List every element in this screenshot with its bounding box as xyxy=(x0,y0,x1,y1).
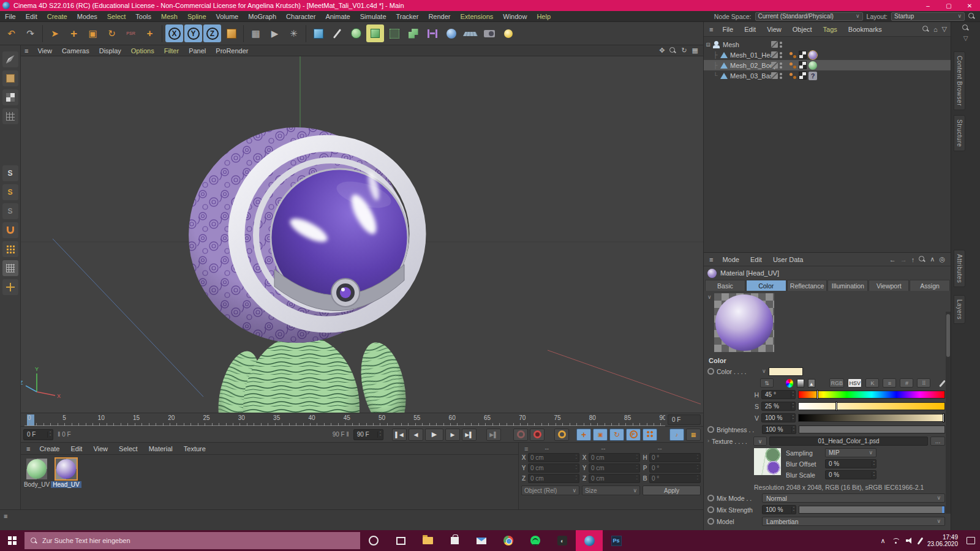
menu-character[interactable]: Character xyxy=(281,13,320,20)
render-view-button[interactable]: ▦ xyxy=(247,24,265,42)
texture-expander-icon[interactable]: › xyxy=(707,438,709,444)
range-end-field[interactable]: 90 F ˆˇ xyxy=(353,429,383,440)
tab-structure[interactable]: Structure xyxy=(954,115,965,151)
mat-menu-view[interactable]: View xyxy=(88,445,113,452)
floor-button[interactable] xyxy=(461,24,479,42)
mat-menu-create[interactable]: Create xyxy=(34,445,64,452)
animation-radio-icon[interactable] xyxy=(707,506,714,513)
material-tag-icon[interactable] xyxy=(809,51,817,59)
menu-mesh[interactable]: Mesh xyxy=(156,13,183,20)
pos-z-field[interactable]: 0 cmˆˇ xyxy=(528,474,579,483)
tab-layers[interactable]: Layers xyxy=(954,295,965,324)
play-button[interactable]: ▶ xyxy=(425,429,443,441)
tab-illumination[interactable]: Illumination xyxy=(827,280,868,291)
v-value-field[interactable]: 100 %ˆˇ xyxy=(761,413,796,422)
target-icon[interactable]: ◎ xyxy=(939,255,945,263)
current-frame-box[interactable]: 0 F xyxy=(668,414,701,425)
record-position-off-button[interactable] xyxy=(513,429,528,441)
slider-marker[interactable] xyxy=(943,413,944,422)
viewport[interactable]: Y X Z xyxy=(21,56,703,413)
mixer-mode-button[interactable]: ≡ xyxy=(883,378,896,388)
scale-tool-button[interactable]: ▣ xyxy=(84,24,102,42)
lock-icon[interactable]: ∧ xyxy=(930,255,935,263)
chrome-button[interactable] xyxy=(495,530,522,551)
light-button[interactable] xyxy=(499,24,517,42)
sampling-select[interactable]: MIP∨ xyxy=(825,448,876,457)
om-menu-view[interactable]: View xyxy=(762,26,786,33)
axis-modify-button[interactable] xyxy=(2,279,18,295)
layer-toggle-icon[interactable] xyxy=(771,51,778,58)
menu-spline[interactable]: Spline xyxy=(183,13,211,20)
cortana-button[interactable] xyxy=(360,530,387,551)
rgb-mode-button[interactable]: RGB xyxy=(829,378,844,388)
pos-y-field[interactable]: 0 cmˆˇ xyxy=(528,463,579,473)
brightness-slider[interactable] xyxy=(799,425,945,433)
vp-menu-prorender[interactable]: ProRender xyxy=(211,47,252,54)
file-explorer-button[interactable] xyxy=(414,530,441,551)
viewport-solo-hierarchy-button[interactable]: S xyxy=(2,203,18,219)
x-axis-lock-button[interactable]: X xyxy=(165,24,183,42)
pen-icon[interactable] xyxy=(918,537,924,544)
s-value-field[interactable]: 25 %ˆˇ xyxy=(761,402,796,411)
menu-extensions[interactable]: Extensions xyxy=(455,13,498,20)
animation-radio-icon[interactable] xyxy=(707,518,714,525)
uvw-tag-icon[interactable] xyxy=(799,72,807,80)
phong-tag-icon[interactable] xyxy=(790,62,797,69)
color-picture-icon[interactable]: ▲ xyxy=(808,379,815,388)
uvw-tag-icon[interactable] xyxy=(799,61,807,69)
vp-menu-view[interactable]: View xyxy=(33,47,56,54)
menu-window[interactable]: Window xyxy=(498,13,532,20)
om-menu-tags[interactable]: Tags xyxy=(818,26,842,33)
redo-button[interactable]: ↷ xyxy=(21,24,39,42)
workplane-snap-button[interactable] xyxy=(2,260,18,276)
am-hamburger-icon[interactable]: ≡ xyxy=(706,256,716,263)
om-menu-file[interactable]: File xyxy=(717,26,738,33)
spinner-icon[interactable]: ˆˇ xyxy=(47,432,53,438)
timeline-ruler[interactable]: 051015202530354045505560657075808590 xyxy=(24,413,665,426)
animation-radio-icon[interactable] xyxy=(707,368,714,375)
character-head[interactable] xyxy=(189,127,418,343)
menu-modes[interactable]: Modes xyxy=(72,13,102,20)
tree-row-base[interactable]: └ Mesh_03_Base ? xyxy=(704,70,951,81)
viewport-hamburger-icon[interactable]: ≡ xyxy=(21,47,32,54)
deformer-button[interactable] xyxy=(385,24,403,42)
marker-icon[interactable]: ‖ xyxy=(347,431,349,438)
pos-x-field[interactable]: 0 cmˆˇ xyxy=(528,453,579,462)
store-button[interactable] xyxy=(441,530,468,551)
size-x-field[interactable]: 0 cmˆˇ xyxy=(589,453,640,462)
cinema4d-task-button[interactable] xyxy=(576,530,603,551)
strip-search-icon[interactable] xyxy=(962,24,969,31)
eyedropper-icon[interactable] xyxy=(938,379,945,388)
tab-color[interactable]: Color xyxy=(746,280,786,291)
tab-attributes[interactable]: Attributes xyxy=(954,250,965,287)
next-key-button[interactable]: ▶▌ xyxy=(486,429,501,441)
tab-basic[interactable]: Basic xyxy=(705,280,745,291)
z-axis-lock-button[interactable]: Z xyxy=(203,24,221,42)
snap-button[interactable] xyxy=(2,222,18,238)
tab-assign[interactable]: Assign xyxy=(910,280,950,291)
visibility-dots-icon[interactable] xyxy=(780,52,782,58)
texture-file-field[interactable]: 01_Head_Color_1.psd xyxy=(769,437,928,446)
material-hamburger-icon[interactable]: ≡ xyxy=(23,445,33,452)
vp-menu-panel[interactable]: Panel xyxy=(184,47,210,54)
key-parameter-toggle[interactable]: P xyxy=(626,429,641,441)
menu-volume[interactable]: Volume xyxy=(211,13,244,20)
tab-content-browser[interactable]: Content Browser xyxy=(954,51,965,110)
layer-toggle-icon[interactable] xyxy=(771,62,778,69)
brightness-field[interactable]: 100 %ˆˇ xyxy=(762,425,796,434)
model-select[interactable]: Lambertian∨ xyxy=(762,517,945,526)
om-filter-icon[interactable]: ▽ xyxy=(942,25,947,33)
marker-icon[interactable]: ‖ xyxy=(58,431,60,438)
visibility-dots-icon[interactable] xyxy=(780,42,782,48)
material-preview[interactable] xyxy=(714,293,774,352)
menu-mograph[interactable]: MoGraph xyxy=(243,13,281,20)
subdivision-surface-button[interactable] xyxy=(347,24,365,42)
key-position-toggle[interactable]: + xyxy=(576,429,591,441)
visibility-dots-icon[interactable] xyxy=(780,62,782,69)
hidden-icons-chevron[interactable]: ∧ xyxy=(880,537,885,545)
hue-slider[interactable] xyxy=(798,391,945,399)
saturation-slider[interactable] xyxy=(798,402,945,410)
mix-strength-field[interactable]: 100 %ˆˇ xyxy=(762,505,796,514)
animation-radio-icon[interactable] xyxy=(707,426,714,433)
keyframe-selection-button[interactable]: ▦ xyxy=(686,429,701,441)
